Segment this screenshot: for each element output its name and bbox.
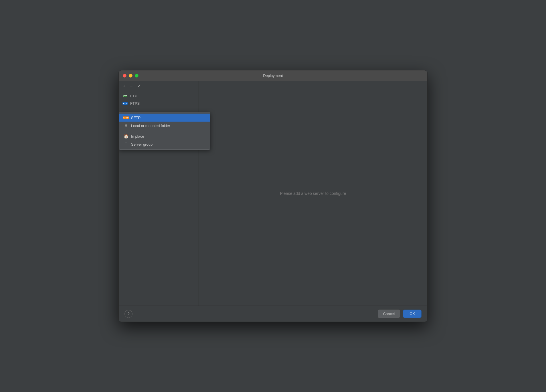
left-toolbar: + − ✓ bbox=[119, 81, 199, 91]
ftp-label: FTP bbox=[130, 94, 137, 98]
server-item-ftps[interactable]: FTP FTPS bbox=[119, 100, 199, 107]
dropdown-item-sftp[interactable]: SFTP SFTP bbox=[119, 114, 210, 122]
placeholder-message: Please add a web server to configure bbox=[280, 191, 346, 196]
dropdown-item-servergroup[interactable]: ☰ Server group bbox=[119, 140, 210, 148]
dropdown-item-inplace[interactable]: 🏠 In place bbox=[119, 132, 210, 140]
local-icon: 🖥 bbox=[123, 123, 129, 128]
inplace-label: In place bbox=[131, 134, 144, 138]
add-server-button[interactable]: + bbox=[122, 83, 126, 89]
sftp-icon: SFTP bbox=[123, 115, 129, 120]
confirm-button[interactable]: ✓ bbox=[136, 83, 142, 89]
server-item-ftp[interactable]: FTP FTP bbox=[119, 92, 199, 100]
bottom-actions: Cancel OK bbox=[378, 310, 422, 318]
servergroup-label: Server group bbox=[131, 142, 153, 146]
help-button[interactable]: ? bbox=[124, 310, 132, 318]
minimize-button[interactable] bbox=[129, 74, 132, 78]
right-panel: Please add a web server to configure bbox=[199, 81, 427, 306]
close-button[interactable] bbox=[123, 74, 126, 78]
inplace-icon: 🏠 bbox=[123, 134, 129, 138]
local-label: Local or mounted folder bbox=[131, 124, 170, 128]
ftps-label: FTPS bbox=[130, 101, 140, 106]
dropdown-separator bbox=[119, 131, 210, 131]
remove-server-button[interactable]: − bbox=[129, 83, 134, 89]
ftps-icon: FTP bbox=[122, 101, 128, 106]
ok-button[interactable]: OK bbox=[403, 310, 422, 318]
content-area: + − ✓ FTP FTP FTP FTPS bbox=[119, 81, 427, 306]
deployment-dialog: Deployment + − ✓ FTP FTP bbox=[118, 70, 428, 322]
bottom-bar: ? Cancel OK bbox=[119, 306, 427, 322]
cancel-button[interactable]: Cancel bbox=[378, 310, 400, 318]
left-panel: + − ✓ FTP FTP FTP FTPS bbox=[119, 81, 199, 306]
dialog-title: Deployment bbox=[263, 74, 283, 78]
title-bar: Deployment bbox=[119, 70, 427, 81]
ftp-icon: FTP bbox=[122, 94, 128, 98]
servergroup-icon: ☰ bbox=[123, 142, 129, 146]
sftp-label: SFTP bbox=[131, 116, 141, 120]
maximize-button[interactable] bbox=[135, 74, 139, 78]
dropdown-item-local[interactable]: 🖥 Local or mounted folder bbox=[119, 122, 210, 130]
server-type-dropdown: SFTP SFTP 🖥 Local or mounted folder 🏠 bbox=[119, 112, 210, 150]
traffic-lights bbox=[123, 74, 139, 78]
